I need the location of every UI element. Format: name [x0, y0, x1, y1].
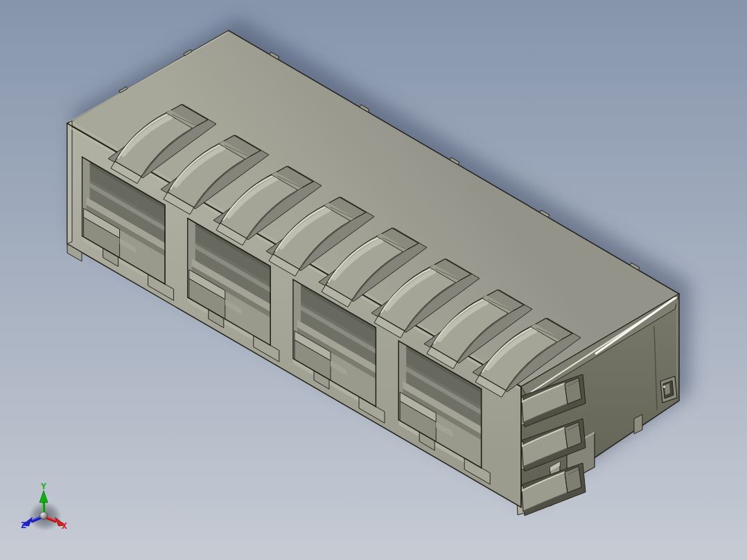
latch-window-tab: [665, 383, 670, 395]
left-end-sliver: [67, 121, 72, 245]
latch-window-glint: [663, 385, 665, 387]
triad-origin-sphere: [40, 512, 48, 520]
axis-x-label: X: [62, 520, 67, 531]
axis-z-label: Z: [21, 520, 26, 530]
axis-y-label: Y: [41, 481, 46, 491]
cad-viewport[interactable]: Y X Z: [0, 0, 747, 560]
axis-triad: Y X Z: [21, 481, 67, 531]
axis-y-arrowhead: [39, 491, 48, 502]
